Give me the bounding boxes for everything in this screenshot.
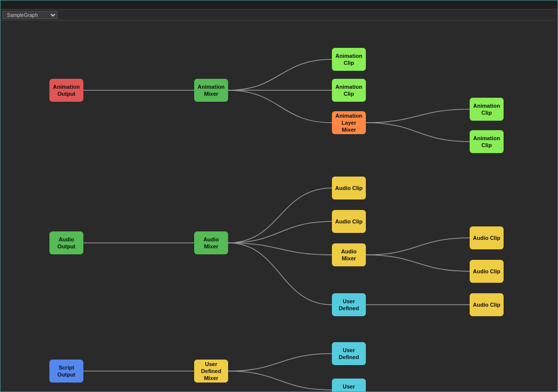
main-window: SampleGraph Animation OutputAnimation Mi…: [0, 0, 558, 392]
toolbar: SampleGraph: [0, 9, 558, 20]
connection-animation_mixer-animation_layer_mixer: [228, 90, 332, 123]
node-user_defined_2[interactable]: User Defined: [332, 342, 366, 365]
node-animation_clip_3[interactable]: Animation Clip: [470, 98, 504, 121]
node-user_defined_3[interactable]: User Defined: [332, 379, 366, 392]
node-animation_layer_mixer[interactable]: Animation Layer Mixer: [332, 111, 366, 134]
node-animation_mixer[interactable]: Animation Mixer: [194, 79, 228, 102]
connection-audio_mixer_main-audio_clip_2: [228, 221, 332, 243]
graph-select[interactable]: SampleGraph: [2, 11, 57, 19]
connection-audio_mixer_main-audio_clip_1: [228, 188, 332, 243]
node-audio_clip_4[interactable]: Audio Clip: [470, 260, 504, 283]
connection-animation_layer_mixer-animation_clip_3: [366, 109, 470, 123]
connections-svg: [0, 20, 558, 392]
node-audio_mixer_sub[interactable]: Audio Mixer: [332, 243, 366, 266]
node-audio_mixer_main[interactable]: Audio Mixer: [194, 231, 228, 254]
node-user_defined_mixer[interactable]: User Defined Mixer: [194, 360, 228, 383]
node-audio_clip_1[interactable]: Audio Clip: [332, 177, 366, 199]
node-audio_clip_5[interactable]: Audio Clip: [470, 293, 504, 316]
node-animation_clip_2[interactable]: Animation Clip: [332, 79, 366, 102]
node-user_defined_1[interactable]: User Defined: [332, 293, 366, 316]
connection-audio_mixer_main-audio_mixer_sub: [228, 243, 332, 255]
title-bar: [0, 0, 558, 9]
node-script_output[interactable]: Script Output: [49, 360, 83, 383]
node-animation_clip_1[interactable]: Animation Clip: [332, 48, 366, 71]
connection-animation_mixer-animation_clip_1: [228, 59, 332, 90]
connection-animation_layer_mixer-animation_clip_4: [366, 123, 470, 142]
node-audio_clip_2[interactable]: Audio Clip: [332, 210, 366, 233]
connection-user_defined_mixer-user_defined_3: [228, 371, 332, 390]
connection-audio_mixer_main-user_defined_1: [228, 243, 332, 305]
node-audio_clip_3[interactable]: Audio Clip: [470, 226, 504, 249]
connection-user_defined_mixer-user_defined_2: [228, 354, 332, 371]
node-audio_output[interactable]: Audio Output: [49, 231, 83, 254]
graph-area: Animation OutputAnimation MixerAnimation…: [0, 20, 558, 392]
node-animation_output[interactable]: Animation Output: [49, 79, 83, 102]
connection-audio_mixer_sub-audio_clip_4: [366, 255, 470, 271]
node-animation_clip_4[interactable]: Animation Clip: [470, 130, 504, 153]
connection-audio_mixer_sub-audio_clip_3: [366, 238, 470, 255]
